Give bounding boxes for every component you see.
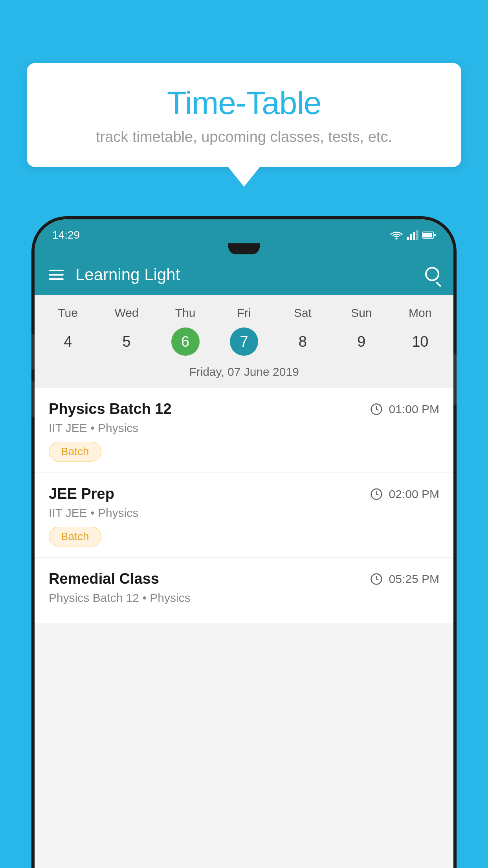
phone-screen: 14:29 (35, 219, 453, 868)
calendar-day-names: Tue Wed Thu Fri Sat Sun Mon (35, 303, 453, 323)
day-name-tue: Tue (39, 303, 97, 323)
status-bar: 14:29 (35, 223, 453, 241)
schedule-item-1-time-text: 01:00 PM (389, 403, 439, 416)
svg-rect-3 (413, 232, 415, 240)
schedule-item-3-time: 05:25 PM (370, 572, 439, 586)
bubble-subtitle: track timetable, upcoming classes, tests… (50, 129, 438, 145)
schedule-item-1-time: 01:00 PM (370, 403, 439, 416)
svg-point-0 (396, 238, 398, 240)
schedule-item-2-header: JEE Prep 02:00 PM (49, 485, 439, 502)
calendar-date-8[interactable]: 8 (273, 323, 332, 360)
svg-rect-1 (407, 237, 409, 240)
volume-up-button (31, 334, 35, 370)
day-name-thu: Thu (156, 303, 215, 323)
phone-header: 14:29 (35, 219, 453, 295)
schedule-item-1-title: Physics Batch 12 (49, 401, 172, 417)
camera-notch (228, 243, 260, 254)
schedule-item-1-subtitle: IIT JEE • Physics (49, 421, 439, 435)
schedule-item-2-time-text: 02:00 PM (389, 487, 439, 501)
svg-rect-2 (410, 234, 412, 240)
schedule-item-3-header: Remedial Class 05:25 PM (49, 570, 439, 587)
schedule-item-2-subtitle: IIT JEE • Physics (49, 506, 439, 520)
schedule-item-jee-prep[interactable]: JEE Prep 02:00 PM IIT JEE • Physics Batc… (35, 473, 453, 558)
calendar-dates-row: 4 5 6 7 8 9 10 (35, 323, 453, 360)
schedule-item-3-time-text: 05:25 PM (389, 572, 439, 586)
svg-rect-6 (423, 233, 432, 237)
speech-bubble-container: Time-Table track timetable, upcoming cla… (27, 63, 461, 187)
schedule-item-2-title: JEE Prep (49, 485, 114, 502)
schedule-item-physics-batch[interactable]: Physics Batch 12 01:00 PM IIT JEE • Phys… (35, 388, 453, 473)
volume-down-button (31, 381, 35, 417)
schedule-item-remedial[interactable]: Remedial Class 05:25 PM Physics Batch 12… (35, 558, 453, 623)
day-name-mon: Mon (391, 303, 449, 323)
phone-mockup: 14:29 (31, 216, 457, 868)
app-bar: Learning Light (35, 254, 453, 295)
calendar-date-4[interactable]: 4 (39, 323, 97, 360)
bubble-arrow (228, 167, 260, 187)
speech-bubble: Time-Table track timetable, upcoming cla… (27, 63, 461, 167)
schedule-item-1-tag: Batch (49, 442, 101, 462)
bubble-title: Time-Table (50, 85, 438, 121)
calendar-date-9[interactable]: 9 (332, 323, 391, 360)
day-name-sun: Sun (332, 303, 391, 323)
calendar-date-10[interactable]: 10 (391, 323, 449, 360)
schedule-item-1-header: Physics Batch 12 01:00 PM (49, 401, 439, 417)
schedule-item-3-title: Remedial Class (49, 570, 159, 587)
menu-button[interactable] (49, 270, 64, 280)
battery-icon (422, 231, 436, 239)
search-button[interactable] (425, 267, 439, 283)
day-name-sat: Sat (273, 303, 332, 323)
svg-rect-7 (434, 234, 436, 236)
svg-rect-4 (416, 230, 418, 240)
schedule-item-3-subtitle: Physics Batch 12 • Physics (49, 591, 439, 605)
wifi-icon (390, 230, 403, 240)
status-time: 14:29 (52, 229, 80, 241)
schedule-item-2-time: 02:00 PM (370, 487, 439, 501)
schedule-list: Physics Batch 12 01:00 PM IIT JEE • Phys… (35, 388, 453, 623)
calendar-selected-date-label: Friday, 07 June 2019 (35, 360, 453, 384)
calendar-section: Tue Wed Thu Fri Sat Sun Mon 4 5 6 7 8 9 … (35, 295, 453, 388)
signal-icon (407, 230, 418, 240)
app-title: Learning Light (75, 265, 413, 284)
power-button (453, 354, 457, 405)
calendar-date-6[interactable]: 6 (156, 323, 215, 360)
day-name-wed: Wed (97, 303, 156, 323)
status-icons (390, 230, 436, 240)
day-name-fri: Fri (215, 303, 273, 323)
calendar-date-5[interactable]: 5 (97, 323, 156, 360)
schedule-item-2-tag: Batch (49, 527, 101, 546)
calendar-date-7[interactable]: 7 (215, 323, 273, 360)
